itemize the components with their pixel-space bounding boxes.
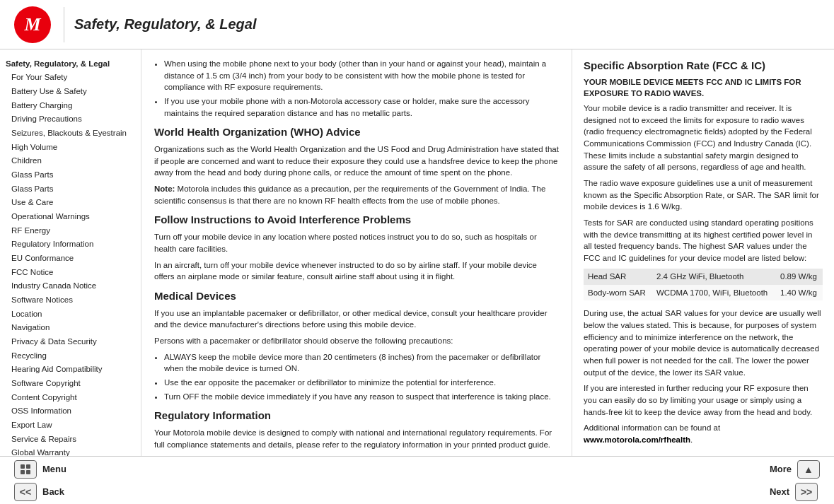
sar-para2: The radio wave exposure guidelines use a…	[584, 177, 823, 213]
sidebar: Safety, Regulatory, & LegalFor Your Safe…	[0, 49, 141, 456]
who-note: Note: Motorola includes this guidance as…	[154, 183, 559, 206]
motorola-logo: M	[14, 6, 51, 43]
main-layout: Safety, Regulatory, & LegalFor Your Safe…	[0, 49, 834, 456]
back-button[interactable]: << Back	[14, 483, 66, 501]
follow-heading: Follow Instructions to Avoid Interferenc…	[154, 212, 559, 228]
menu-icon	[14, 460, 37, 479]
more-icon: ▲	[797, 460, 820, 479]
follow-body1: Turn off your mobile device in any locat…	[154, 231, 559, 254]
sidebar-item[interactable]: Regulatory Information	[4, 238, 137, 252]
sar-para4: During use, the actual SAR values for yo…	[584, 307, 823, 378]
sidebar-item[interactable]: Hearing Aid Compatibility	[4, 363, 137, 377]
list-item: If you use your mobile phone with a non-…	[164, 95, 559, 119]
sar-table: Head SAR2.4 GHz WiFi, Bluetooth0.89 W/kg…	[584, 269, 823, 300]
sidebar-item[interactable]: Software Copyright	[4, 376, 137, 390]
sidebar-item[interactable]: Software Notices	[4, 293, 137, 307]
sar-para1: Your mobile device is a radio transmitte…	[584, 102, 823, 173]
sidebar-item[interactable]: Content Copyright	[4, 390, 137, 404]
table-cell: Head SAR	[584, 269, 652, 285]
sar-para6: Additional information can be found at w…	[584, 422, 823, 445]
sidebar-item[interactable]: Navigation	[4, 321, 137, 335]
regulatory-heading: Regulatory Information	[154, 408, 559, 423]
bottom-right: More ▲ Next >>	[770, 460, 820, 501]
medical-body1: If you use an implantable pacemaker or d…	[154, 307, 559, 331]
svg-rect-2	[21, 470, 25, 474]
content-area: When using the mobile phone next to your…	[141, 49, 834, 456]
header: M Safety, Regulatory, & Legal	[0, 0, 834, 49]
next-icon: >>	[795, 483, 818, 501]
bottom-left: Menu << Back	[14, 460, 66, 501]
sidebar-item[interactable]: FCC Notice	[4, 265, 137, 279]
svg-rect-3	[26, 470, 30, 474]
sidebar-item[interactable]: Glass Parts	[4, 182, 137, 196]
sidebar-item[interactable]: Export Law	[4, 418, 137, 432]
sidebar-item[interactable]: OSS Information	[4, 404, 137, 418]
list-item: When using the mobile phone next to your…	[164, 58, 559, 93]
next-button[interactable]: Next >>	[770, 483, 820, 501]
back-label: Back	[42, 486, 64, 497]
note-text: Motorola includes this guidance as a pre…	[154, 184, 545, 205]
content-right: Specific Absorption Rate (FCC & IC) YOUR…	[572, 49, 834, 456]
sidebar-item[interactable]: Battery Use & Safety	[4, 84, 137, 98]
note-label: Note:	[154, 184, 175, 193]
svg-rect-1	[26, 464, 30, 469]
menu-label: Menu	[42, 464, 66, 474]
sidebar-item[interactable]: Operational Warnings	[4, 209, 137, 223]
logo-container: M	[11, 5, 54, 44]
medical-body2: Persons with a pacemaker or defibrillato…	[154, 335, 559, 347]
sidebar-item[interactable]: RF Energy	[4, 223, 137, 238]
logo-letter: M	[24, 14, 40, 35]
sidebar-item[interactable]: Battery Charging	[4, 98, 137, 112]
follow-body2: In an aircraft, turn off your mobile dev…	[154, 259, 559, 283]
svg-rect-0	[21, 464, 25, 469]
menu-button[interactable]: Menu	[14, 460, 66, 479]
page-title: Safety, Regulatory, & Legal	[74, 16, 256, 33]
sidebar-item[interactable]: High Volume	[4, 140, 137, 154]
sidebar-item[interactable]: Industry Canada Notice	[4, 279, 137, 293]
sar-para6-prefix: Additional information can be found at	[584, 423, 720, 432]
who-body: Organizations such as the World Health O…	[154, 143, 559, 179]
sar-heading: Specific Absorption Rate (FCC & IC)	[584, 58, 823, 74]
list-item: Use the ear opposite the pacemaker or de…	[164, 377, 559, 389]
bottom-bar: Menu << Back More ▲ Next >>	[0, 456, 834, 504]
sidebar-item[interactable]: EU Conformance	[4, 251, 137, 265]
list-item: ALWAYS keep the mobile device more than …	[164, 351, 559, 375]
sidebar-item[interactable]: Service & Repairs	[4, 432, 137, 446]
sidebar-item[interactable]: Privacy & Data Security	[4, 334, 137, 348]
sar-para6-suffix: .	[690, 435, 693, 444]
list-item: Turn OFF the mobile device immediately i…	[164, 391, 559, 403]
sar-subheading: YOUR MOBILE DEVICE MEETS FCC AND IC LIMI…	[584, 76, 823, 100]
sidebar-item[interactable]: Location	[4, 307, 137, 321]
medical-heading: Medical Devices	[154, 288, 559, 304]
content-main: When using the mobile phone next to your…	[141, 49, 572, 456]
sidebar-item[interactable]: Safety, Regulatory, & Legal	[4, 57, 137, 71]
sidebar-item[interactable]: Seizures, Blackouts & Eyestrain	[4, 126, 137, 140]
next-label: Next	[770, 486, 789, 497]
sidebar-item[interactable]: Use & Care	[4, 196, 137, 210]
medical-bullets: ALWAYS keep the mobile device more than …	[164, 351, 559, 403]
table-cell: 1.40 W/kg	[776, 285, 823, 301]
more-label: More	[770, 464, 792, 474]
table-cell: Body-worn SAR	[584, 285, 652, 301]
table-row: Head SAR2.4 GHz WiFi, Bluetooth0.89 W/kg	[584, 269, 823, 285]
sar-link[interactable]: www.motorola.com/rfhealth	[584, 435, 690, 444]
sidebar-item[interactable]: Children	[4, 154, 137, 168]
sar-para3: Tests for SAR are conducted using standa…	[584, 217, 823, 264]
table-cell: 0.89 W/kg	[776, 269, 823, 285]
sidebar-item[interactable]: Recycling	[4, 348, 137, 363]
sidebar-item[interactable]: Glass Parts	[4, 168, 137, 182]
regulatory-body: Your Motorola mobile device is designed …	[154, 427, 559, 450]
header-divider	[64, 7, 64, 42]
table-row: Body-worn SARWCDMA 1700, WiFi, Bluetooth…	[584, 285, 823, 301]
table-cell: WCDMA 1700, WiFi, Bluetooth	[652, 285, 776, 301]
back-icon: <<	[14, 483, 37, 501]
sidebar-item[interactable]: For Your Safety	[4, 71, 137, 85]
sidebar-item[interactable]: Driving Precautions	[4, 112, 137, 127]
sidebar-item[interactable]: Global Warranty	[4, 446, 137, 456]
who-heading: World Health Organization (WHO) Advice	[154, 124, 559, 140]
sar-para5: If you are interested in further reducin…	[584, 382, 823, 418]
more-button[interactable]: More ▲	[770, 460, 820, 479]
table-cell: 2.4 GHz WiFi, Bluetooth	[652, 269, 776, 285]
